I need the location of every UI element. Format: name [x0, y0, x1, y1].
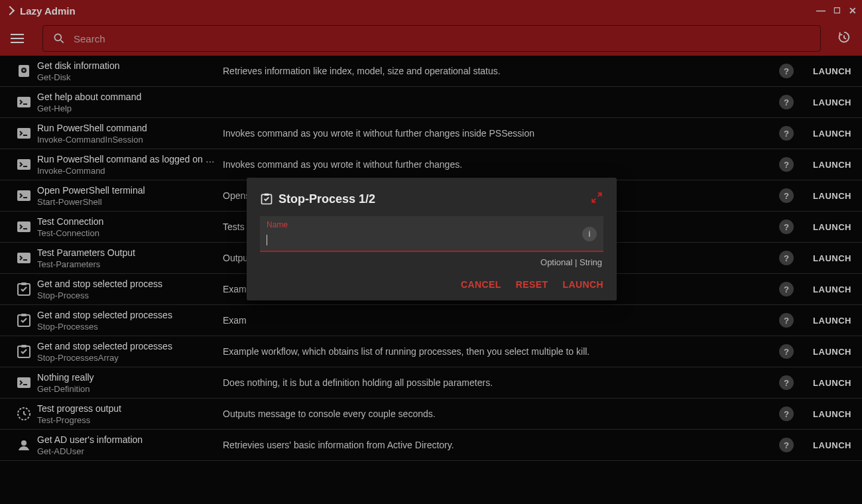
command-subtitle: Stop-Processes [37, 321, 216, 332]
row-launch-button[interactable]: LAUNCH [798, 378, 851, 388]
row-launch-button[interactable]: LAUNCH [798, 284, 851, 294]
command-row[interactable]: Run PowerShell commandInvoke-CommandInSe… [0, 118, 862, 149]
row-launch-button[interactable]: LAUNCH [798, 316, 851, 326]
search-input[interactable] [74, 33, 811, 44]
command-title: Open PowerShell terminal [37, 184, 216, 196]
assignment-icon [260, 192, 273, 206]
command-row[interactable]: Get disk informationGet-DiskRetrieves in… [0, 56, 862, 87]
help-button[interactable]: ? [779, 95, 794, 109]
row-launch-button[interactable]: LAUNCH [798, 160, 851, 170]
reset-button[interactable]: RESET [516, 279, 548, 290]
row-icon [11, 437, 37, 453]
command-title: Get and stop selected process [37, 278, 216, 290]
command-title: Test Parameters Output [37, 247, 216, 259]
chevron-right-icon [5, 6, 15, 15]
dialog-title: Stop-Process 1/2 [278, 192, 590, 206]
command-title: Get and stop selected processes [37, 309, 216, 321]
app-title: Lazy Admin [20, 5, 76, 17]
help-button[interactable]: ? [779, 251, 794, 265]
command-subtitle: Invoke-CommandInSession [37, 134, 216, 145]
command-title: Get help about command [37, 91, 216, 103]
help-button[interactable]: ? [779, 282, 794, 296]
help-button[interactable]: ? [779, 313, 794, 328]
maximize-button[interactable]: ☐ [833, 6, 841, 15]
command-row[interactable]: Get and stop selected processesStop-Proc… [0, 336, 862, 367]
row-icon [11, 250, 37, 266]
history-button[interactable] [837, 30, 851, 47]
help-button[interactable]: ? [779, 64, 794, 78]
menu-button[interactable] [11, 31, 27, 46]
command-title: Test progress output [37, 403, 216, 414]
command-title: Nothing really [37, 371, 216, 383]
command-row[interactable]: Get help about commandGet-Help?LAUNCH [0, 87, 862, 118]
row-launch-button[interactable]: LAUNCH [798, 409, 851, 419]
close-button[interactable]: ✕ [849, 5, 857, 16]
command-description: Retrievies users' basic information from… [223, 440, 774, 450]
row-icon [11, 344, 37, 359]
command-subtitle: Test-Progress [37, 414, 216, 426]
help-button[interactable]: ? [779, 407, 794, 421]
command-row[interactable]: Get AD user's informationGet-ADUserRetri… [0, 430, 862, 461]
name-field-label: Name [267, 220, 288, 229]
help-button[interactable]: ? [779, 157, 794, 172]
command-description: Example workflow, which obtains list of … [223, 346, 774, 357]
minimize-button[interactable]: — [816, 5, 826, 16]
command-subtitle: Stop-ProcessesArray [37, 352, 216, 363]
fullscreen-button[interactable] [590, 191, 603, 207]
row-launch-button[interactable]: LAUNCH [798, 191, 851, 201]
row-launch-button[interactable]: LAUNCH [798, 440, 851, 450]
row-launch-button[interactable]: LAUNCH [798, 347, 851, 357]
command-subtitle: Get-Definition [37, 383, 216, 395]
command-description: Retrieves information like index, model,… [223, 66, 774, 76]
command-description: Exam [223, 315, 774, 326]
command-description: Does nothing, it is but a definition hol… [223, 377, 774, 388]
expand-icon [590, 191, 603, 204]
row-icon [11, 188, 37, 204]
history-icon [837, 30, 851, 44]
command-subtitle: Test-Parameters [37, 259, 216, 270]
command-row[interactable]: Test progress outputTest-ProgressOutputs… [0, 399, 862, 430]
field-hint: Optional | String [260, 252, 603, 273]
row-launch-button[interactable]: LAUNCH [798, 253, 851, 263]
row-icon [11, 94, 37, 110]
command-subtitle: Stop-Process [37, 290, 216, 301]
launch-button[interactable]: LAUNCH [562, 279, 603, 290]
help-button[interactable]: ? [779, 220, 794, 234]
command-row[interactable]: Get and stop selected processesStop-Proc… [0, 305, 862, 336]
search-box[interactable] [42, 25, 821, 52]
row-launch-button[interactable]: LAUNCH [798, 129, 851, 139]
title-bar: Lazy Admin — ☐ ✕ [0, 0, 862, 21]
command-description: Outputs message to console every couple … [223, 409, 774, 419]
row-icon [11, 375, 37, 391]
row-icon [11, 406, 37, 422]
cancel-button[interactable]: CANCEL [461, 279, 501, 290]
help-button[interactable]: ? [779, 438, 794, 452]
command-description: Invokes command as you wrote it without … [223, 159, 774, 170]
help-button[interactable]: ? [779, 375, 794, 390]
command-title: Get and stop selected processes [37, 340, 216, 352]
help-button[interactable]: ? [779, 126, 794, 141]
command-subtitle: Start-PowerShell [37, 196, 216, 208]
command-subtitle: Invoke-Command [37, 165, 216, 176]
help-button[interactable]: ? [779, 188, 794, 203]
name-field[interactable]: Name i [260, 216, 603, 252]
row-icon [11, 219, 37, 235]
command-title: Run PowerShell command [37, 122, 216, 134]
help-button[interactable]: ? [779, 344, 794, 359]
command-subtitle: Get-Disk [37, 72, 216, 83]
name-input[interactable] [267, 234, 576, 248]
row-launch-button[interactable]: LAUNCH [798, 97, 851, 107]
toolbar [0, 21, 862, 56]
command-row[interactable]: Nothing reallyGet-DefinitionDoes nothing… [0, 367, 862, 399]
row-icon [11, 125, 37, 141]
command-title: Get disk information [37, 60, 216, 72]
search-icon [52, 32, 66, 45]
row-launch-button[interactable]: LAUNCH [798, 222, 851, 232]
command-title: Get AD user's information [37, 434, 216, 446]
command-title: Test Connection [37, 216, 216, 227]
command-subtitle: Get-Help [37, 103, 216, 114]
command-subtitle: Get-ADUser [37, 446, 216, 457]
command-row[interactable]: Run PowerShell command as logged on user… [0, 149, 862, 180]
field-info-button[interactable]: i [582, 227, 597, 241]
row-launch-button[interactable]: LAUNCH [798, 66, 851, 76]
